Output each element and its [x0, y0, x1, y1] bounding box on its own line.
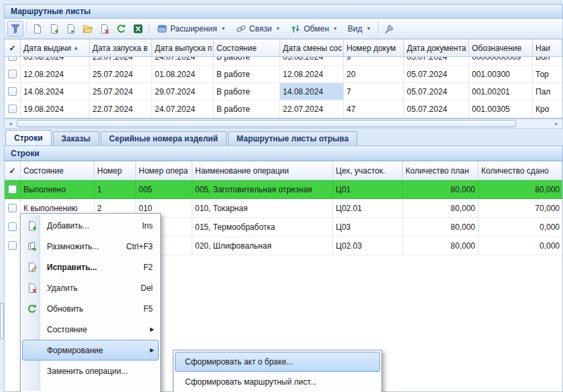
- table-row-completed[interactable]: Выполнено 1 005 005, Заготовительная отр…: [5, 180, 562, 199]
- scroll-right-arrow-icon[interactable]: ►: [552, 119, 562, 128]
- column-header-op-number[interactable]: Номер опера: [136, 161, 192, 180]
- cell[interactable]: Ц03: [333, 218, 403, 236]
- row-checkbox[interactable]: [8, 185, 17, 194]
- cell[interactable]: Тор: [533, 66, 562, 82]
- cell[interactable]: 05.08.2024: [280, 57, 344, 65]
- cell[interactable]: В работе: [214, 83, 280, 100]
- cell[interactable]: Ц02.01: [333, 199, 403, 217]
- cell[interactable]: 020, Шлифовальная: [192, 237, 333, 255]
- row-checkbox[interactable]: [8, 105, 17, 113]
- selected-cell[interactable]: 14.08.2024: [280, 83, 344, 100]
- cell[interactable]: 010, Токарная: [192, 199, 333, 217]
- menu-item-generation[interactable]: Формирование ▶: [22, 340, 159, 361]
- settings-button[interactable]: [381, 21, 397, 37]
- tab-tear-off-route-sheets[interactable]: Маршрутные листы отрыва: [228, 131, 357, 145]
- cell[interactable]: 80,000: [403, 199, 479, 217]
- links-menu-button[interactable]: Связи ▼: [231, 21, 286, 37]
- cell[interactable]: 7: [344, 83, 404, 100]
- cell[interactable]: 005, Заготовительная отрезная: [192, 180, 333, 198]
- cell[interactable]: В работе: [214, 57, 280, 65]
- column-header-operation-name[interactable]: Наименование операции: [192, 161, 333, 180]
- cell[interactable]: 05.08.2024: [21, 57, 90, 65]
- filter-button[interactable]: [7, 21, 23, 37]
- tab-stroki[interactable]: Строки: [5, 130, 52, 145]
- table-row[interactable]: 19.08.2024 22.07.2024 24.07.2024 В работ…: [5, 101, 562, 118]
- cell[interactable]: 001.00300: [469, 66, 533, 82]
- select-all-header[interactable]: ✓: [5, 161, 21, 180]
- row-checkbox[interactable]: [8, 57, 17, 61]
- menu-item-add[interactable]: Добавить... Ins: [22, 215, 159, 236]
- open-folder-button[interactable]: [80, 21, 96, 37]
- cell[interactable]: Вол: [533, 57, 562, 65]
- cell[interactable]: 14.08.2024: [21, 83, 90, 100]
- cell[interactable]: 22.07.2024: [90, 101, 152, 117]
- menu-item-generate-defect-act[interactable]: Сформировать акт о браке...: [175, 352, 380, 372]
- cell[interactable]: 0,000: [479, 237, 562, 255]
- row-checkbox[interactable]: [8, 204, 17, 212]
- delete-document-button[interactable]: [97, 21, 113, 37]
- scroll-left-arrow-icon[interactable]: ◄: [5, 119, 15, 128]
- menu-item-replace-operations[interactable]: Заменить операции...: [22, 361, 159, 381]
- cell[interactable]: 47: [344, 101, 404, 117]
- column-header-date-start[interactable]: Дата запуска в: [90, 40, 152, 56]
- cell[interactable]: 24.07.2024: [152, 57, 214, 65]
- cell[interactable]: В работе: [214, 101, 280, 117]
- column-header-name[interactable]: Наи: [533, 40, 562, 56]
- cell[interactable]: 0,000: [479, 218, 562, 236]
- cell[interactable]: 05.07.2024: [404, 66, 469, 82]
- table-row[interactable]: 14.08.2024 25.07.2024 29.07.2024 В работ…: [5, 83, 562, 101]
- column-header-shop[interactable]: Цех, участок.: [333, 161, 403, 180]
- cell[interactable]: 05.07.2024: [404, 101, 469, 117]
- column-header-date-issued[interactable]: Дата выдачи▲: [21, 40, 90, 56]
- cell[interactable]: 24.07.2024: [152, 101, 214, 117]
- row-checkbox[interactable]: [8, 70, 17, 78]
- cell[interactable]: 01.08.2024: [152, 66, 214, 82]
- cell[interactable]: 23.07.2024: [90, 57, 152, 65]
- tab-zakazy[interactable]: Заказы: [53, 131, 99, 145]
- column-header-state[interactable]: Состояние: [21, 161, 95, 180]
- refresh-button[interactable]: [113, 21, 129, 37]
- cell[interactable]: Выполнено: [21, 180, 95, 198]
- add-document-button[interactable]: [46, 21, 62, 37]
- cell[interactable]: 80,000: [403, 218, 479, 236]
- column-header-number[interactable]: Номер: [95, 161, 136, 180]
- vertical-scrollbar[interactable]: [0, 161, 4, 392]
- cell[interactable]: 29.07.2024: [152, 83, 214, 100]
- cell[interactable]: Ц01: [333, 180, 403, 198]
- cell[interactable]: 001.00201: [469, 83, 533, 100]
- cell[interactable]: 015, Термообработка: [192, 218, 333, 236]
- cell[interactable]: 25.07.2024: [90, 83, 152, 100]
- new-document-button[interactable]: [29, 21, 46, 37]
- column-header-doc-date[interactable]: Дата документа: [404, 40, 469, 56]
- cell[interactable]: 005: [136, 180, 192, 198]
- cell[interactable]: Ц02.03: [333, 237, 403, 255]
- menu-item-edit[interactable]: Исправить... F2: [22, 257, 159, 277]
- cell[interactable]: 12.08.2024: [280, 66, 344, 82]
- cell[interactable]: 20: [344, 66, 404, 82]
- cell[interactable]: 1: [95, 180, 136, 198]
- cell[interactable]: 9: [344, 57, 404, 65]
- column-header-designation[interactable]: Обозначение: [469, 40, 533, 56]
- cell[interactable]: 80,000: [479, 180, 562, 198]
- cell[interactable]: 25.07.2024: [90, 66, 152, 82]
- menu-item-duplicate[interactable]: Размножить... Ctrl+F3: [22, 236, 159, 257]
- excel-export-button[interactable]: [130, 21, 146, 37]
- copy-document-button[interactable]: [63, 21, 79, 37]
- cell[interactable]: 00000000009: [469, 57, 533, 65]
- column-header-doc-number[interactable]: Номер докум: [344, 40, 404, 56]
- select-all-header[interactable]: ✓: [5, 40, 21, 56]
- menu-item-refresh[interactable]: Обновить F5: [22, 298, 159, 319]
- cell[interactable]: 001.00305: [469, 101, 533, 117]
- row-checkbox[interactable]: [8, 241, 17, 250]
- row-checkbox[interactable]: [8, 222, 17, 231]
- exchange-menu-button[interactable]: Обмен ▼: [286, 21, 342, 37]
- row-checkbox[interactable]: [8, 87, 17, 96]
- cell[interactable]: Кро: [533, 101, 562, 117]
- column-header-state-change-date[interactable]: Дата смены сос: [280, 40, 344, 56]
- column-header-state[interactable]: Состояние: [214, 40, 280, 56]
- cell[interactable]: 70,000: [479, 199, 562, 217]
- vertical-scrollbar-thumb[interactable]: [0, 303, 4, 339]
- column-header-date-release[interactable]: Дата выпуска п: [152, 40, 214, 56]
- tab-serial-numbers[interactable]: Серийные номера изделий: [101, 131, 227, 145]
- view-menu-button[interactable]: Вид ▼: [343, 21, 376, 37]
